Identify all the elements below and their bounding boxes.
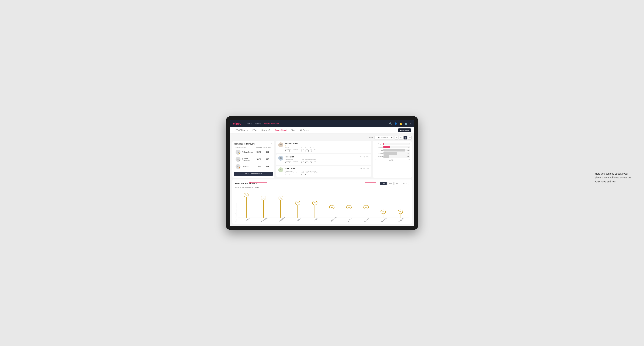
ott-val: 0 <box>301 162 302 164</box>
arg-sublabel: ARG <box>310 161 312 162</box>
avatar: EC 2 <box>236 157 240 162</box>
player-pb: 17/20 <box>254 166 264 168</box>
svg-text:E. Ewart: E. Ewart <box>244 217 250 222</box>
app-filter-button[interactable]: APP <box>387 182 394 185</box>
stat-group-practice: Total Practice Activities OTT APP ARG PU… <box>301 171 317 175</box>
y-axis-label: Best Streak, Fairway Accuracy <box>235 190 237 222</box>
player-avg: 110 <box>264 151 271 153</box>
bar-fill <box>384 155 389 158</box>
nav-logo: clippd <box>233 122 241 125</box>
list-view-button[interactable]: ≡ <box>399 136 403 140</box>
bar-label: Birdies <box>375 146 383 148</box>
player-pb: 18/20 <box>254 158 264 160</box>
streak-chart: Best Streak, Fairway Accuracy <box>235 190 409 222</box>
bar-row: Birdies 96 <box>375 146 410 148</box>
ott-filter-button[interactable]: OTT <box>380 182 386 185</box>
stat-group-rounds: Total Rounds Tournament Practice 7 6 <box>285 147 298 152</box>
svg-text:6x: 6x <box>262 197 264 199</box>
streaks-wrapper: Best Round Streaks OTT APP ARG PUTT Off … <box>232 179 412 224</box>
sub-nav-team[interactable]: Team Clippd <box>273 128 289 133</box>
player-avg: 107 <box>264 158 271 160</box>
svg-text:D. Billingham: D. Billingham <box>277 216 286 221</box>
arg-val: 0 <box>308 162 309 164</box>
practice-activities-label: Total Practice Activities <box>301 147 317 149</box>
svg-text:3x: 3x <box>399 211 401 213</box>
sub-nav-hcaps[interactable]: Hcaps 1-5 <box>259 128 273 133</box>
app-val: 0 <box>305 173 306 175</box>
col-avg-header: PB AVG SQ <box>264 147 271 148</box>
bar-label: Pars <box>375 149 383 151</box>
svg-text:B. McHerg: B. McHerg <box>261 217 268 221</box>
sub-nav-pgat[interactable]: PGAT Players <box>233 128 250 133</box>
card-date: 26 Aug 2023 <box>360 168 369 170</box>
bar-track: 3 <box>384 143 410 145</box>
bar-fill <box>384 152 397 155</box>
axis-200: 200 <box>390 159 393 160</box>
practice-activities-label: Total Practice Activities <box>301 159 317 161</box>
total-rounds-label: Total Rounds <box>285 159 298 161</box>
sub-nav-all[interactable]: All Players <box>298 128 312 133</box>
nav-link-teams[interactable]: Teams <box>255 123 261 125</box>
card-info: Josh Coles 26 Aug 2023 Total Rounds Tour… <box>285 168 369 175</box>
svg-text:3x: 3x <box>382 211 384 213</box>
stat-group-rounds: Total Rounds Tournament Practice 8 4 <box>285 159 298 164</box>
putt-sublabel: PUTT <box>314 149 317 150</box>
streaks-panel: Best Round Streaks OTT APP ARG PUTT Off … <box>232 179 412 224</box>
bar-row: Pars 499 <box>375 149 410 152</box>
rank-badge: 1 <box>239 153 240 155</box>
edit-icon[interactable]: ✏ <box>271 143 273 145</box>
bar-track: 96 <box>384 146 410 148</box>
streaks-title: Best Round Streaks <box>235 182 257 185</box>
add-team-button[interactable]: Add Team <box>398 128 411 132</box>
ott-sublabel: OTT <box>301 161 304 162</box>
grid-view-button[interactable]: ⊞ <box>394 136 398 140</box>
bar-value: 96 <box>408 146 410 148</box>
avatar: RB <box>278 142 283 147</box>
sub-nav-tour[interactable]: Tour <box>289 128 298 133</box>
ott-val: 0 <box>301 150 302 152</box>
nav-link-home[interactable]: Home <box>246 123 252 125</box>
top-row: Team Clippd | 14 Players ✏ PLAYER NAME P… <box>232 141 412 178</box>
putt-val: 0 <box>311 162 312 164</box>
app-sublabel: APP <box>306 149 308 150</box>
avatar: RB <box>278 156 283 161</box>
bar-label: Eagles <box>375 143 383 145</box>
table-view-button[interactable]: ⊟ <box>408 136 412 140</box>
arg-val: 0 <box>308 173 309 175</box>
player-name: Richard Butler <box>242 151 254 153</box>
bar-fill <box>384 149 405 152</box>
view-leaderboard-button[interactable]: View Full Leaderboard <box>234 172 273 176</box>
card-info: Rees Britt 02 Sep 2023 Total Rounds Tour… <box>285 156 369 164</box>
search-icon[interactable]: 🔍 <box>389 122 392 125</box>
panel-header: Team Clippd | 14 Players ✏ <box>234 143 273 145</box>
arg-filter-button[interactable]: ARG <box>394 182 401 185</box>
settings-icon[interactable]: ⚙️ <box>404 122 408 125</box>
bell-icon[interactable]: 🔔 <box>399 122 402 125</box>
svg-text:M. Miller: M. Miller <box>364 217 370 221</box>
svg-text:R. Butler: R. Butler <box>381 217 387 222</box>
bar-track: 499 <box>384 149 410 152</box>
avatar: JC <box>296 226 300 226</box>
putt-sublabel: PUTT <box>314 172 317 173</box>
period-select[interactable]: Last 3 months Last 6 months Last 12 mont… <box>374 136 393 140</box>
ott-sublabel: OTT <box>301 149 304 150</box>
nav-link-my-performance[interactable]: My Performance <box>264 123 279 125</box>
arg-sublabel: ARG <box>310 172 312 173</box>
putt-val: 1 <box>311 173 312 175</box>
main-content: Show Last 3 months Last 6 months Last 12… <box>230 134 414 226</box>
sub-nav-pga[interactable]: PGA <box>250 128 259 133</box>
tournament-sublabel: Tournament <box>285 172 292 173</box>
app-sublabel: APP <box>306 172 308 173</box>
users-icon[interactable]: 👤 <box>394 122 397 125</box>
avatar: CQ <box>398 226 402 226</box>
avatar: RB 1 <box>236 150 240 155</box>
svg-text:R. Britt: R. Britt <box>313 218 318 222</box>
svg-text:7x: 7x <box>245 194 248 196</box>
leaderboard-title: Team Clippd | 14 Players <box>234 143 254 145</box>
avatar-icon[interactable]: ● <box>410 122 411 125</box>
bar-value: 311 <box>407 153 410 154</box>
card-view-button[interactable]: ▦ <box>404 136 407 140</box>
player-name: Edward Crossman <box>242 158 254 161</box>
putt-filter-button[interactable]: PUTT <box>402 182 409 185</box>
practice-sublabel: Practice <box>294 172 298 173</box>
